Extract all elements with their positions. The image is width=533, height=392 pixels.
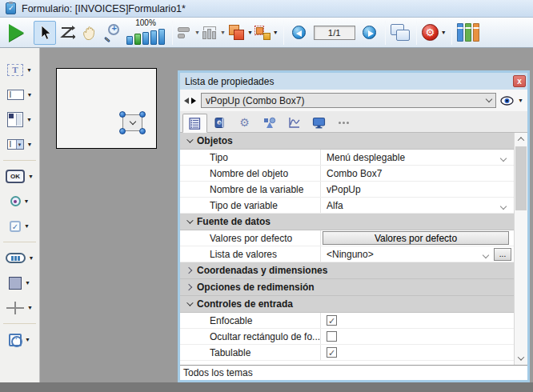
zoom-bar-400[interactable]: [150, 30, 157, 45]
execute-form-button[interactable]: [5, 21, 27, 45]
chevron-down-icon: [486, 96, 492, 102]
data-book-tab[interactable]: a: [207, 113, 232, 132]
property-value[interactable]: vPopUp: [327, 184, 514, 195]
ellipsis-button[interactable]: ...: [494, 248, 511, 261]
previous-object-button[interactable]: [184, 98, 189, 104]
dropdown-caret-icon[interactable]: ▼: [28, 174, 34, 179]
scrollbar[interactable]: [514, 133, 527, 365]
toolbar-separator: [172, 21, 173, 45]
default-values-button[interactable]: Valores por defecto: [323, 231, 509, 245]
dropdown-caret-icon: ▼: [518, 98, 523, 103]
object-selector-dropdown[interactable]: vPopUp (Combo Box7): [201, 93, 496, 108]
scroll-up-button[interactable]: [515, 133, 527, 146]
buttonbar-tool-icon: [6, 253, 26, 263]
property-list-titlebar[interactable]: Lista de propiedades x: [180, 73, 527, 90]
align-menu-button[interactable]: ▼: [177, 21, 201, 45]
selection-handle[interactable]: [139, 128, 146, 134]
dropdown-caret-icon[interactable]: ▼: [24, 223, 30, 229]
sidebar-buttonbar-tool[interactable]: ▼: [0, 246, 39, 270]
close-button[interactable]: x: [513, 75, 526, 87]
section-header[interactable]: Fuente de datos: [180, 214, 514, 230]
selected-object-name: vPopUp (Combo Box7): [206, 95, 487, 106]
checkbox-checked[interactable]: ✓: [327, 347, 337, 358]
events-curve-tab[interactable]: [282, 113, 307, 132]
selection-handle[interactable]: [139, 111, 146, 118]
move-tool-button[interactable]: [78, 21, 101, 45]
zoom-bars-icon[interactable]: [126, 27, 165, 45]
form-clipboard-icon: [6, 2, 16, 14]
gear-menu-button[interactable]: ⚙ ▼: [421, 21, 447, 45]
level-menu-button[interactable]: ▼: [226, 21, 254, 45]
level-icon: [227, 25, 245, 41]
dropdown-caret-icon[interactable]: ▼: [25, 280, 30, 286]
distribute-menu-button[interactable]: ▼: [201, 21, 226, 45]
sidebar-checkbox-tool[interactable]: ▼: [0, 214, 39, 238]
checkbox-unchecked[interactable]: [327, 331, 337, 342]
tab-order-tool-button[interactable]: [56, 21, 78, 45]
shapes-tab[interactable]: [257, 113, 282, 132]
toolbar-separator: [451, 21, 452, 45]
sidebar-combobox-tool[interactable]: ▼: [0, 132, 39, 157]
dropdown-caret-icon[interactable]: ▼: [26, 117, 32, 122]
scrollbar-thumb[interactable]: [515, 146, 527, 210]
sidebar-text-tool[interactable]: ▼: [0, 58, 39, 82]
scroll-down-button[interactable]: [515, 352, 527, 365]
zoom-bar-200[interactable]: [142, 32, 149, 45]
selection-handle[interactable]: [119, 128, 126, 134]
dropdown-caret-icon[interactable]: ▼: [27, 142, 33, 147]
dropdown-caret-icon[interactable]: ▼: [27, 305, 33, 310]
property-value[interactable]: Combo Box7: [327, 168, 514, 179]
property-rows: ObjetosTipoMenú desplegableNombre del ob…: [180, 133, 514, 365]
selected-combobox-object[interactable]: [122, 114, 142, 131]
radio-tool-icon: [10, 196, 21, 206]
sidebar-input-tool[interactable]: ▼: [0, 82, 39, 107]
select-tool-button[interactable]: [34, 21, 56, 45]
zoom-tool-button[interactable]: [101, 21, 123, 45]
property-value-cell: vPopUp: [320, 182, 514, 197]
library-button[interactable]: [456, 21, 480, 45]
section-header[interactable]: Coordenadas y dimensiones: [180, 262, 514, 279]
sidebar-radio-tool[interactable]: ▼: [0, 189, 39, 214]
page-back-button[interactable]: [288, 21, 311, 45]
property-list-tab[interactable]: [182, 114, 207, 133]
zoom-magnifier-icon: [103, 24, 121, 42]
dropdown-caret-icon[interactable]: ▼: [27, 92, 33, 98]
gear-tab[interactable]: ⚙: [232, 113, 257, 132]
view-options-button[interactable]: ▼: [500, 96, 523, 106]
duplicate-menu-button[interactable]: ▼: [254, 21, 279, 45]
display-monitor-tab[interactable]: [307, 113, 331, 132]
page-next-button[interactable]: [359, 21, 381, 45]
sidebar-rectangle-tool[interactable]: ▼: [0, 270, 39, 295]
selection-handle[interactable]: [119, 111, 126, 118]
property-row: Lista de valores<Ninguno>...: [180, 246, 514, 262]
property-value-cell: ✓: [320, 345, 514, 360]
zoom-level-widget[interactable]: 100%: [126, 18, 165, 47]
sidebar-ok-button-tool[interactable]: ▼: [0, 164, 39, 189]
section-header[interactable]: Opciones de redimensión: [180, 279, 514, 296]
pages-button[interactable]: [390, 21, 412, 45]
property-label: Ocultar rectángulo de fo...: [180, 331, 320, 342]
section-header[interactable]: Controles de entrada: [180, 296, 514, 313]
zoom-bar-800[interactable]: [158, 29, 165, 45]
dropdown-caret-icon[interactable]: ▼: [25, 337, 30, 342]
dropdown-caret-icon: ▼: [273, 30, 279, 35]
chevron-down-icon: [186, 217, 193, 223]
sidebar-splitter-tool[interactable]: ▼: [0, 295, 39, 320]
zoom-bar-50[interactable]: [126, 36, 133, 45]
dropdown-caret-icon[interactable]: ▼: [29, 255, 34, 261]
property-value-cell: ✓: [320, 313, 514, 328]
more-tab[interactable]: [331, 113, 356, 132]
zoom-bar-100-current[interactable]: [134, 34, 141, 45]
checkbox-tool-icon: [10, 221, 21, 232]
form-page[interactable]: [56, 68, 157, 149]
form-canvas[interactable]: Lista de propiedades x vPopUp (Combo Box…: [40, 48, 533, 382]
page-indicator: 1/1: [314, 26, 355, 40]
next-object-button[interactable]: [191, 98, 196, 104]
checkbox-checked[interactable]: ✓: [327, 315, 337, 326]
dropdown-caret-icon[interactable]: ▼: [24, 198, 30, 204]
sidebar-listbox-tool[interactable]: ▼: [0, 107, 39, 132]
sidebar-plugin-tool[interactable]: ▼: [0, 327, 39, 352]
dropdown-caret-icon[interactable]: ▼: [26, 67, 32, 73]
section-header[interactable]: Objetos: [180, 133, 514, 150]
status-bar: [0, 382, 533, 392]
